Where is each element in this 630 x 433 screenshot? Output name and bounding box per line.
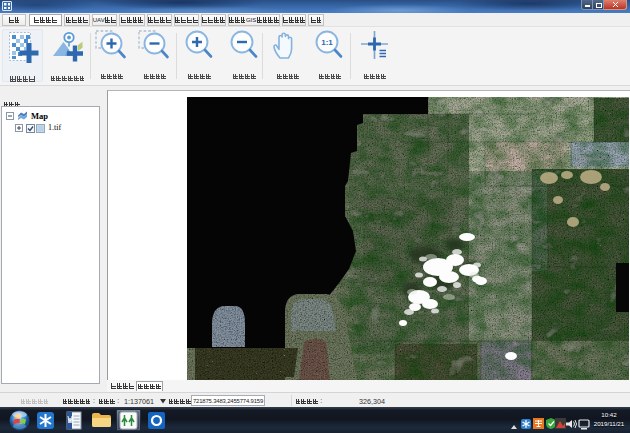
svg-text:1:1: 1:1 [321,38,333,47]
